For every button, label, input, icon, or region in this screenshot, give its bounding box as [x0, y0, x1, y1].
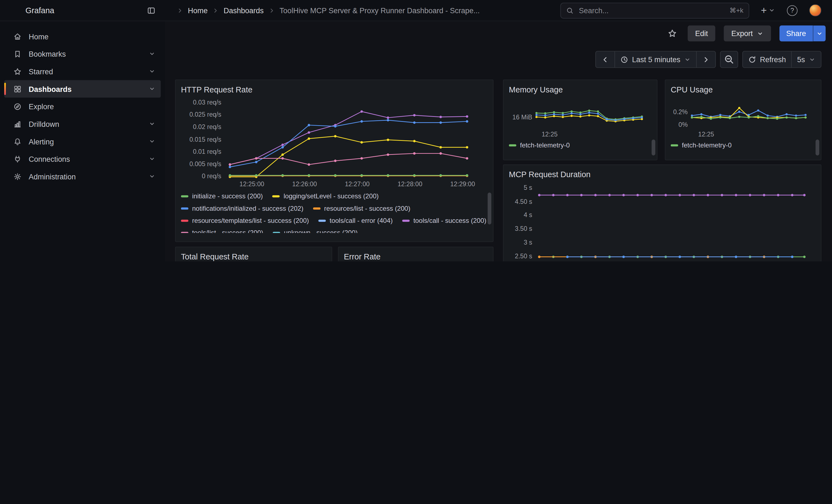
legend-item[interactable]: unknown - success (200): [272, 228, 357, 233]
x-axis-tick: 12:25: [682, 130, 730, 138]
chevron-down-icon[interactable]: [149, 68, 155, 75]
sidebar-item-label: Bookmarks: [29, 50, 66, 58]
sidebar-item-icon: [13, 67, 22, 76]
plus-icon: +: [761, 6, 766, 15]
breadcrumb-link[interactable]: ToolHive MCP Server & Proxy Runner Dashb…: [280, 6, 479, 15]
panel-error-rate: Error Rate 0 %: [338, 247, 494, 261]
legend-scrollbar[interactable]: [815, 139, 820, 155]
share-menu-button[interactable]: [813, 26, 826, 42]
chevron-down-icon[interactable]: [149, 173, 155, 180]
legend-label: initialize - success (200): [192, 191, 263, 201]
chevron-down-icon[interactable]: [149, 138, 155, 145]
user-profile-button[interactable]: [807, 2, 824, 19]
legend: fetch-telemetry-0: [671, 140, 816, 151]
http-request-rate-chart[interactable]: 0.03 req/s0.025 req/s0.02 req/s0.015 req…: [181, 97, 488, 188]
chevron-down-icon[interactable]: [149, 121, 155, 127]
search-input[interactable]: [578, 5, 725, 15]
legend-label: tools/call - success (200): [413, 216, 486, 226]
edit-button[interactable]: Edit: [688, 26, 716, 42]
legend-item[interactable]: initialize - success (200): [181, 191, 263, 201]
sidebar-item-icon: [13, 172, 22, 181]
legend-item[interactable]: notifications/initialized - success (202…: [181, 204, 304, 213]
zoom-out-button[interactable]: [720, 51, 738, 68]
panel-title[interactable]: Error Rate: [344, 251, 488, 261]
panel-title[interactable]: HTTP Request Rate: [181, 84, 488, 95]
legend: fetch-telemetry-0: [509, 140, 652, 151]
memory-usage-chart[interactable]: 16 MiB12:25: [509, 101, 652, 138]
chart-plot[interactable]: [537, 103, 646, 129]
breadcrumb-separator-icon: [177, 7, 183, 14]
legend-item[interactable]: fetch-telemetry-0: [671, 140, 732, 150]
panel-title[interactable]: MCP Request Duration: [509, 169, 816, 180]
legend-item[interactable]: tools/call - success (200): [402, 216, 487, 226]
sidebar-item[interactable]: Starred: [4, 63, 161, 80]
chevron-down-icon[interactable]: [149, 85, 155, 92]
time-range-picker[interactable]: Last 5 minutes: [615, 51, 696, 68]
sidebar-item-icon: [13, 155, 22, 163]
sidebar-item[interactable]: Alerting: [4, 133, 161, 150]
share-split-button: Share: [779, 26, 825, 42]
legend-item[interactable]: resources/list - success (200): [313, 204, 411, 213]
x-axis-tick: 12:27:00: [334, 181, 381, 188]
help-button[interactable]: ?: [785, 3, 800, 18]
panel-title[interactable]: Memory Usage: [509, 84, 652, 95]
legend-swatch: [313, 207, 320, 210]
share-button[interactable]: Share: [779, 26, 813, 42]
sidebar-toggle-button[interactable]: [145, 4, 158, 17]
sidebar-item[interactable]: Connections: [4, 150, 161, 168]
chevron-down-icon[interactable]: [149, 50, 155, 57]
chart-plot[interactable]: [537, 184, 808, 261]
chart-plot[interactable]: [226, 99, 480, 179]
search-box[interactable]: ⌘+k: [560, 2, 749, 19]
x-axis-tick: 12:29:00: [439, 181, 487, 188]
legend-scrollbar[interactable]: [651, 139, 655, 155]
mcp-request-duration-chart[interactable]: 5 s4.50 s4 s3.50 s3 s2.50 s12:25:0012:26…: [509, 182, 816, 261]
legend-label: tools/call - error (404): [330, 216, 393, 226]
sidebar-item[interactable]: Bookmarks: [4, 45, 161, 63]
chart-plot[interactable]: [692, 103, 810, 129]
x-axis-tick: 12:25:00: [228, 181, 276, 188]
legend-scrollbar[interactable]: [488, 192, 491, 224]
panel-mcp-request-duration: MCP Request Duration 5 s4.50 s4 s3.50 s3…: [503, 164, 821, 261]
legend-item[interactable]: tools/list - success (200): [181, 228, 263, 233]
legend-item[interactable]: resources/templates/list - success (200): [181, 216, 309, 226]
sidebar-item[interactable]: Administration: [4, 167, 161, 185]
panel-total-request-rate: Total Request Rate 0.0875: [175, 247, 332, 261]
legend-swatch: [181, 207, 188, 210]
sidebar-item[interactable]: Dashboards: [4, 80, 161, 98]
legend-swatch: [402, 219, 410, 222]
sidebar-item[interactable]: Drilldown: [4, 115, 161, 133]
breadcrumb-link[interactable]: Dashboards: [224, 6, 264, 15]
legend-swatch: [509, 144, 516, 147]
cpu-usage-chart[interactable]: 0.2%0%12:25: [671, 101, 816, 138]
time-shift-forward-button[interactable]: [696, 51, 716, 68]
y-axis-tick: 4 s: [509, 211, 532, 219]
favorite-star-button[interactable]: [666, 26, 679, 40]
legend-item[interactable]: tools/call - error (404): [319, 216, 393, 226]
time-shift-back-button[interactable]: [596, 51, 615, 68]
legend-swatch: [272, 195, 280, 197]
sidebar-item[interactable]: Home: [4, 27, 161, 45]
refresh-interval-label: 5s: [797, 55, 805, 64]
panel-title[interactable]: CPU Usage: [671, 84, 816, 95]
legend-label: fetch-telemetry-0: [520, 140, 570, 150]
refresh-icon: [748, 56, 756, 63]
x-axis-tick: 12:26:00: [281, 181, 329, 188]
refresh-interval-picker[interactable]: 5s: [791, 51, 821, 68]
sidebar-item-label: Drilldown: [29, 120, 59, 128]
panel-title[interactable]: Total Request Rate: [181, 251, 326, 261]
legend-item[interactable]: logging/setLevel - success (200): [272, 191, 379, 201]
legend-item[interactable]: fetch-telemetry-0: [509, 140, 570, 150]
top-nav: Grafana Home Dashboards ToolHive MCP Ser…: [0, 0, 832, 21]
chevron-down-icon[interactable]: [149, 155, 155, 162]
refresh-button[interactable]: Refresh: [743, 51, 791, 68]
breadcrumb-link[interactable]: Home: [188, 6, 208, 15]
add-new-button[interactable]: +: [759, 4, 778, 17]
x-axis-tick: 12:25: [526, 130, 574, 138]
chevron-right-icon: [702, 56, 710, 63]
grafana-logo[interactable]: [7, 4, 19, 16]
star-icon: [668, 29, 677, 38]
top-nav-left: Grafana: [0, 4, 165, 17]
sidebar-item[interactable]: Explore: [4, 98, 161, 115]
y-axis-tick: 0.02 req/s: [181, 123, 222, 131]
